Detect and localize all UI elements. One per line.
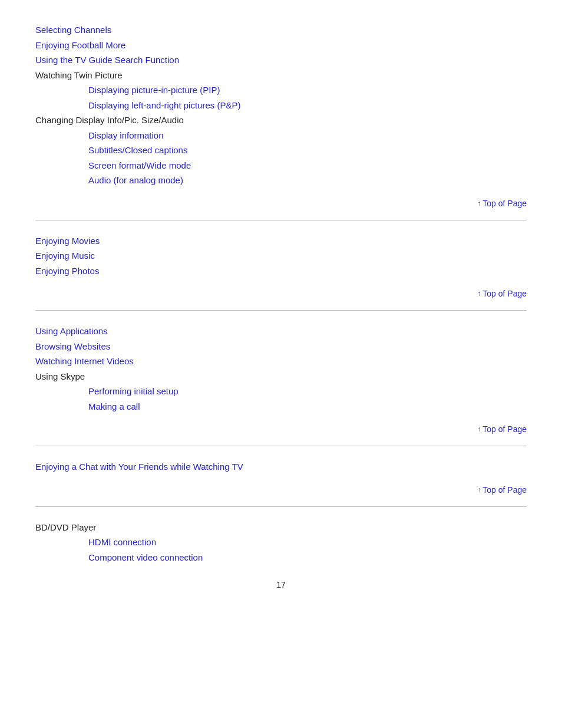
link-making-a-call[interactable]: Making a call: [35, 399, 527, 414]
top-of-page-link-1[interactable]: ↑ Top of Page: [477, 199, 527, 208]
section-5: BD/DVD Player HDMI connection Component …: [35, 515, 527, 570]
arrow-up-icon-3: ↑: [477, 425, 481, 433]
top-of-page-label-4: Top of Page: [482, 485, 527, 495]
text-using-skype: Using Skype: [35, 369, 527, 384]
top-of-page-label-1: Top of Page: [482, 199, 527, 208]
divider-3: [35, 446, 527, 446]
link-pap[interactable]: Displaying left-and-right pictures (P&P): [35, 98, 527, 113]
divider-4: [35, 506, 527, 507]
page-container: Selecting Channels Enjoying Football Mor…: [0, 0, 562, 615]
arrow-up-icon-4: ↑: [477, 486, 481, 494]
top-of-page-row-3: ↑ Top of Page: [35, 419, 527, 437]
section-3: Using Applications Browsing Websites Wat…: [35, 319, 527, 419]
page-number-row: 17: [35, 569, 527, 592]
divider-2: [35, 310, 527, 311]
link-pip[interactable]: Displaying picture-in-picture (PIP): [35, 83, 527, 98]
top-of-page-link-3[interactable]: ↑ Top of Page: [477, 424, 527, 434]
top-of-page-link-4[interactable]: ↑ Top of Page: [477, 485, 527, 495]
link-subtitles[interactable]: Subtitles/Closed captions: [35, 143, 527, 158]
top-of-page-label-3: Top of Page: [482, 424, 527, 434]
link-browsing-websites[interactable]: Browsing Websites: [35, 339, 527, 354]
link-enjoying-music[interactable]: Enjoying Music: [35, 248, 527, 263]
page-number: 17: [276, 580, 286, 589]
link-audio-analog[interactable]: Audio (for analog mode): [35, 173, 527, 188]
top-of-page-row-2: ↑ Top of Page: [35, 283, 527, 302]
link-display-information[interactable]: Display information: [35, 128, 527, 143]
top-of-page-row-4: ↑ Top of Page: [35, 479, 527, 498]
section-2: Enjoying Movies Enjoying Music Enjoying …: [35, 229, 527, 284]
text-changing-display: Changing Display Info/Pic. Size/Audio: [35, 113, 527, 128]
text-bddvd-player: BD/DVD Player: [35, 520, 527, 535]
section-1: Selecting Channels Enjoying Football Mor…: [35, 18, 527, 193]
section-4: Enjoying a Chat with Your Friends while …: [35, 454, 527, 479]
link-using-applications[interactable]: Using Applications: [35, 324, 527, 339]
link-watching-internet-videos[interactable]: Watching Internet Videos: [35, 354, 527, 369]
link-enjoying-movies[interactable]: Enjoying Movies: [35, 233, 527, 249]
arrow-up-icon-1: ↑: [477, 199, 481, 207]
link-enjoying-football-more[interactable]: Enjoying Football More: [35, 38, 527, 53]
top-of-page-row-1: ↑ Top of Page: [35, 193, 527, 212]
top-of-page-link-2[interactable]: ↑ Top of Page: [477, 289, 527, 298]
divider-1: [35, 220, 527, 220]
top-of-page-label-2: Top of Page: [482, 289, 527, 298]
link-enjoying-photos[interactable]: Enjoying Photos: [35, 263, 527, 279]
arrow-up-icon-2: ↑: [477, 289, 481, 298]
link-selecting-channels[interactable]: Selecting Channels: [35, 22, 527, 38]
link-screen-format[interactable]: Screen format/Wide mode: [35, 158, 527, 173]
link-performing-initial-setup[interactable]: Performing initial setup: [35, 384, 527, 399]
link-using-tv-guide[interactable]: Using the TV Guide Search Function: [35, 52, 527, 68]
link-enjoying-chat[interactable]: Enjoying a Chat with Your Friends while …: [35, 459, 527, 475]
link-component-video[interactable]: Component video connection: [35, 550, 527, 565]
text-watching-twin-picture: Watching Twin Picture: [35, 68, 527, 83]
link-hdmi-connection[interactable]: HDMI connection: [35, 535, 527, 550]
